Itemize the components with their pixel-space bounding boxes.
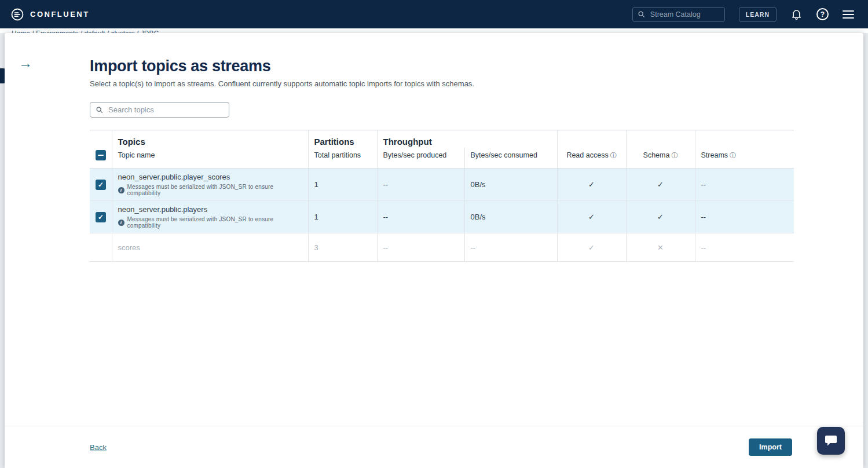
info-icon: ⓘ xyxy=(730,152,736,159)
info-icon: ⓘ xyxy=(610,152,617,159)
total-partitions-value: 1 xyxy=(308,169,377,201)
bytes-consumed-value: -- xyxy=(464,233,557,262)
search-topics-box[interactable] xyxy=(90,102,229,118)
stream-catalog-search[interactable] xyxy=(632,7,725,22)
col-total-partitions: Total partitions xyxy=(308,148,377,169)
confluent-home-link[interactable]: CONFLUENT xyxy=(10,8,90,21)
total-partitions-value: 3 xyxy=(308,233,377,262)
indeterminate-minus-icon xyxy=(98,155,104,156)
bytes-consumed-value: 0B/s xyxy=(464,201,557,233)
page-subtitle: Select a topic(s) to import as streams. … xyxy=(90,79,863,88)
col-read-access: Read accessⓘ xyxy=(557,148,626,169)
topics-table: Topics Partitions Throughput Topic name … xyxy=(90,130,794,262)
search-icon xyxy=(638,10,645,18)
stream-catalog-search-input[interactable] xyxy=(649,10,720,19)
navbar-actions: LEARN ? xyxy=(632,7,858,22)
hamburger-menu-icon[interactable] xyxy=(843,10,858,19)
col-bytes-produced: Bytes/sec produced xyxy=(377,148,464,169)
col-group-topics: Topics xyxy=(112,130,308,148)
import-panel-body: Import topics as streams Select a topic(… xyxy=(5,33,863,262)
col-schema: Schemaⓘ xyxy=(626,148,695,169)
streams-value: -- xyxy=(695,233,794,262)
streams-value: -- xyxy=(695,201,794,233)
row-checkbox[interactable]: ✓ xyxy=(96,212,106,222)
help-question-glyph: ? xyxy=(816,8,829,20)
page-title: Import topics as streams xyxy=(90,57,863,75)
search-topics-input[interactable] xyxy=(107,105,224,115)
info-icon: i xyxy=(118,187,124,193)
topic-name: neon_server.public.player_scores xyxy=(118,173,302,181)
help-icon[interactable]: ? xyxy=(816,8,829,20)
top-navbar: CONFLUENT LEARN ? xyxy=(0,0,868,28)
collapse-panel-arrow-icon[interactable]: → xyxy=(19,56,32,70)
table-row[interactable]: ✓ neon_server.public.players i Messages … xyxy=(90,201,794,233)
table-row: scores 3 -- -- ✓ ✕ -- xyxy=(90,233,794,262)
chat-bubble-icon xyxy=(824,434,838,448)
col-group-throughput: Throughput xyxy=(377,130,557,148)
col-streams: Streamsⓘ xyxy=(695,148,794,169)
chat-widget-button[interactable] xyxy=(817,427,845,455)
table-group-header-row: Topics Partitions Throughput xyxy=(90,130,794,148)
bytes-produced-value: -- xyxy=(377,233,464,262)
col-topic-name: Topic name xyxy=(112,148,308,169)
info-icon: ⓘ xyxy=(671,152,677,159)
schema-value: ✓ xyxy=(626,201,695,233)
bytes-produced-value: -- xyxy=(377,169,464,201)
topic-name: scores xyxy=(118,243,302,252)
learn-button[interactable]: LEARN xyxy=(739,7,777,22)
back-link[interactable]: Back xyxy=(90,443,107,452)
notifications-bell-icon[interactable] xyxy=(790,8,803,20)
search-icon xyxy=(96,106,103,114)
col-group-partitions: Partitions xyxy=(308,130,377,148)
brand-name: CONFLUENT xyxy=(30,10,90,19)
table-header-row: Topic name Total partitions Bytes/sec pr… xyxy=(90,148,794,169)
schema-value: ✕ xyxy=(626,233,695,262)
col-bytes-consumed: Bytes/sec consumed xyxy=(464,148,557,169)
import-topics-panel: → Import topics as streams Select a topi… xyxy=(5,33,863,468)
read-access-value: ✓ xyxy=(557,233,626,262)
row-checkbox[interactable]: ✓ xyxy=(96,180,106,190)
checkmark-icon: ✓ xyxy=(98,213,104,221)
breadcrumb: Home / Environments / default / clusters… xyxy=(0,28,868,33)
topic-name: neon_server.public.players xyxy=(118,205,302,214)
confluent-logo-icon xyxy=(10,8,24,21)
checkmark-icon: ✓ xyxy=(98,181,104,189)
topic-note: i Messages must be serialized with JSON_… xyxy=(118,184,302,196)
info-icon: i xyxy=(118,220,124,226)
bytes-produced-value: -- xyxy=(377,201,464,233)
topic-note: i Messages must be serialized with JSON_… xyxy=(118,216,302,229)
read-access-value: ✓ xyxy=(557,201,626,233)
import-button[interactable]: Import xyxy=(749,438,792,456)
panel-footer: Back Import xyxy=(5,426,863,468)
read-access-value: ✓ xyxy=(557,169,626,201)
select-all-checkbox[interactable] xyxy=(96,150,106,160)
bytes-consumed-value: 0B/s xyxy=(464,169,557,201)
streams-value: -- xyxy=(695,169,794,201)
total-partitions-value: 1 xyxy=(308,201,377,233)
schema-value: ✓ xyxy=(626,169,695,201)
table-row[interactable]: ✓ neon_server.public.player_scores i Mes… xyxy=(90,169,794,201)
